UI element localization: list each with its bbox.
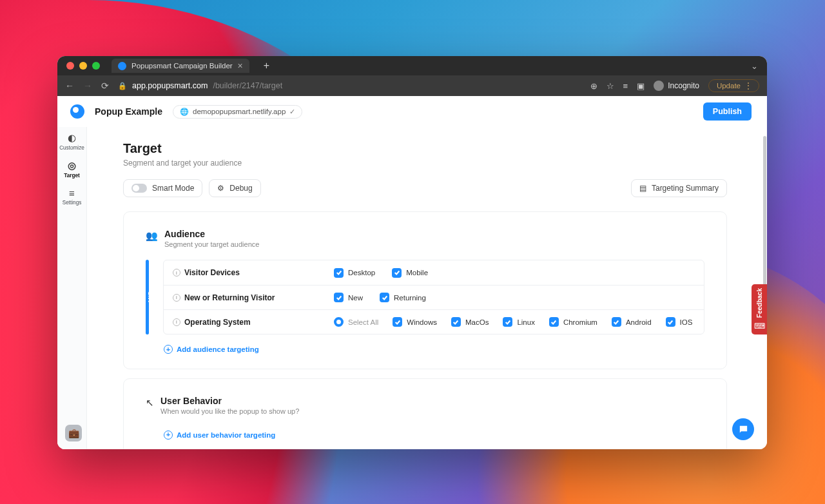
- option-linux[interactable]: Linux: [503, 317, 535, 327]
- url-field[interactable]: 🔒 app.popupsmart.com/builder/2147/target: [118, 81, 581, 90]
- rule-row-operating-system[interactable]: i Operating System Select All Windows Ma…: [164, 309, 704, 334]
- checkbox-icon[interactable]: [503, 317, 512, 327]
- campaign-name: Popup Example: [95, 106, 162, 117]
- host-pill[interactable]: 🌐 demopopupsmart.netlify.app ✓: [173, 105, 302, 119]
- panel-icon[interactable]: ▣: [637, 81, 645, 91]
- behavior-title: User Behavior: [160, 396, 299, 406]
- smart-mode-toggle[interactable]: Smart Mode: [123, 179, 202, 197]
- option-label: Desktop: [348, 269, 375, 276]
- browser-urlbar: ← → ⟳ 🔒 app.popupsmart.com/builder/2147/…: [57, 75, 767, 96]
- audience-header: 👥 Audience Segment your target audience: [146, 229, 704, 248]
- toolbar-row: Smart Mode ⚙ Debug ▤ Targeting Summary: [123, 179, 727, 197]
- option-label: IOS: [680, 318, 693, 326]
- targeting-summary-button[interactable]: ▤ Targeting Summary: [631, 179, 727, 197]
- option-returning[interactable]: Returning: [380, 293, 426, 302]
- sidebar-item-settings[interactable]: ≡ Settings: [57, 182, 86, 209]
- checkbox-icon[interactable]: [334, 293, 344, 302]
- option-new[interactable]: New: [334, 293, 363, 302]
- bookmark-icon[interactable]: ☆: [607, 81, 614, 91]
- option-mobile[interactable]: Mobile: [392, 268, 428, 278]
- feedback-label: Feedback: [756, 288, 763, 318]
- tab-favicon: [118, 62, 126, 70]
- option-android[interactable]: Android: [612, 317, 652, 327]
- rule-row-visitor-devices[interactable]: i Visitor Devices Desktop Mobile ×: [164, 260, 704, 285]
- radio-icon[interactable]: [334, 317, 344, 327]
- lock-icon: 🔒: [118, 82, 127, 90]
- debug-button[interactable]: ⚙ Debug: [209, 179, 260, 197]
- behavior-subtitle: When would you like the popup to show up…: [160, 407, 299, 415]
- add-behavior-label: Add user behavior targeting: [177, 431, 275, 439]
- option-label: Returning: [394, 294, 426, 302]
- chat-launcher[interactable]: [732, 418, 754, 440]
- option-label: Linux: [517, 318, 535, 326]
- update-button[interactable]: Update ⋮: [708, 79, 759, 92]
- option-chromium[interactable]: Chromium: [549, 317, 597, 327]
- target-icon: ◎: [57, 160, 86, 171]
- incognito-badge[interactable]: Incognito: [654, 81, 699, 91]
- checkbox-icon[interactable]: [380, 293, 389, 302]
- url-path: /builder/2147/target: [213, 81, 282, 90]
- sidebar-item-label: Customize: [59, 145, 84, 151]
- checkbox-icon[interactable]: [612, 317, 621, 327]
- add-audience-button[interactable]: + Add audience targeting: [164, 345, 259, 354]
- sidebar: ◐ Customize ◎ Target ≡ Settings: [57, 96, 87, 449]
- add-behavior-button[interactable]: + Add user behavior targeting: [164, 431, 275, 440]
- option-windows[interactable]: Windows: [393, 317, 437, 327]
- toggle-switch[interactable]: [131, 184, 147, 193]
- checkbox-icon[interactable]: [392, 268, 402, 278]
- host-text: demopopupsmart.netlify.app: [193, 108, 286, 115]
- checkbox-icon[interactable]: [334, 268, 344, 278]
- sidebar-item-target[interactable]: ◎ Target: [57, 155, 86, 182]
- traffic-light-zoom[interactable]: [92, 62, 100, 70]
- sidebar-item-customize[interactable]: ◐ Customize: [57, 127, 86, 155]
- briefcase-button[interactable]: 💼: [65, 425, 82, 441]
- checkbox-icon[interactable]: [393, 317, 402, 327]
- checkbox-icon[interactable]: [451, 317, 461, 327]
- option-select-all[interactable]: Select All: [334, 317, 378, 327]
- info-icon[interactable]: i: [173, 318, 180, 326]
- behavior-card: ↖ User Behavior When would you like the …: [123, 378, 727, 450]
- summary-icon: ▤: [639, 184, 646, 193]
- nav-forward-icon[interactable]: →: [83, 81, 92, 91]
- customize-icon: ◐: [57, 132, 86, 144]
- settings-icon: ≡: [57, 188, 86, 199]
- checkbox-icon[interactable]: [549, 317, 559, 327]
- search-icon[interactable]: ⊕: [590, 81, 597, 91]
- rule-label: New or Returning Visitor: [184, 293, 275, 302]
- rule-row-new-returning[interactable]: i New or Returning Visitor New Returning…: [164, 285, 704, 309]
- audience-rows: i Visitor Devices Desktop Mobile ×: [163, 260, 704, 334]
- new-tab-button[interactable]: +: [264, 60, 269, 72]
- page-title: Target: [123, 141, 727, 156]
- add-audience-label: Add audience targeting: [177, 345, 259, 353]
- and-label: AND: [147, 291, 153, 304]
- info-icon[interactable]: i: [173, 294, 180, 302]
- tab-close-icon[interactable]: ×: [238, 61, 243, 70]
- option-ios[interactable]: IOS: [666, 317, 693, 327]
- option-label: Windows: [407, 318, 437, 326]
- checkbox-icon[interactable]: [666, 317, 675, 327]
- browser-tab[interactable]: Popupsmart Campaign Builder ×: [112, 59, 249, 73]
- browser-window: Popupsmart Campaign Builder × + ⌄ ← → ⟳ …: [57, 56, 767, 449]
- host-verified-icon: ✓: [289, 108, 295, 116]
- option-macos[interactable]: MacOs: [451, 317, 489, 327]
- traffic-light-minimize[interactable]: [79, 62, 87, 70]
- nav-back-icon[interactable]: ←: [65, 81, 74, 91]
- option-label: Chromium: [563, 318, 597, 326]
- feedback-tab[interactable]: Feedback ⌨: [752, 284, 767, 334]
- cursor-icon: ↖: [146, 397, 154, 409]
- audience-subtitle: Segment your target audience: [164, 240, 259, 248]
- tabs-menu-icon[interactable]: ⌄: [751, 61, 758, 71]
- nav-reload-icon[interactable]: ⟳: [101, 81, 109, 91]
- incognito-label: Incognito: [668, 81, 699, 90]
- tab-title: Popupsmart Campaign Builder: [131, 62, 233, 70]
- incognito-icon: [654, 81, 664, 91]
- page-subtitle: Segment and target your audience: [123, 159, 727, 168]
- traffic-light-close[interactable]: [66, 62, 74, 70]
- reading-list-icon[interactable]: ≡: [623, 81, 628, 91]
- option-label: Select All: [348, 318, 378, 326]
- info-icon[interactable]: i: [173, 269, 180, 276]
- publish-button[interactable]: Publish: [703, 102, 752, 121]
- option-desktop[interactable]: Desktop: [334, 268, 375, 278]
- rule-label: Visitor Devices: [184, 268, 240, 277]
- and-stripe: AND: [146, 260, 149, 334]
